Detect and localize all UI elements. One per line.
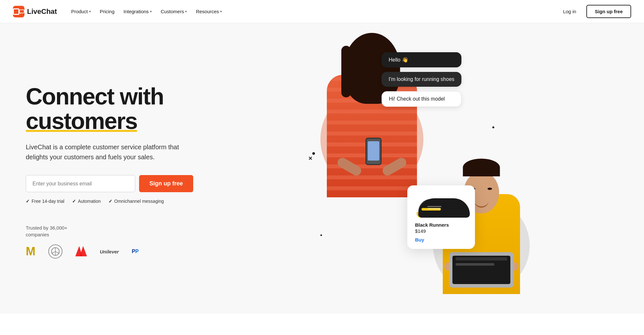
trusted-label: Trusted by 36,000+companies bbox=[26, 224, 193, 238]
nav-item-pricing[interactable]: Pricing bbox=[96, 6, 118, 17]
svg-rect-0 bbox=[20, 10, 24, 13]
dec-dot-5 bbox=[320, 234, 322, 236]
man-hair bbox=[463, 159, 500, 176]
badge-trial: ✓ Free 14-day trial bbox=[26, 199, 64, 204]
product-price: $149 bbox=[415, 228, 467, 234]
dec-x-mark: ✕ bbox=[308, 155, 312, 162]
nav-left: LiveChat Product ▾ Pricing Integrations … bbox=[13, 6, 226, 17]
email-input[interactable] bbox=[26, 175, 135, 192]
mcdonalds-logo: M bbox=[26, 245, 35, 258]
trusted-logos: M Unilever PP bbox=[26, 244, 193, 259]
dec-dot-3 bbox=[492, 126, 494, 128]
nav-menu: Product ▾ Pricing Integrations ▾ Custome… bbox=[67, 6, 226, 17]
hero-description: LiveChat is a complete customer service … bbox=[26, 142, 193, 162]
svg-line-3 bbox=[52, 251, 55, 253]
signup-hero-button[interactable]: Sign up free bbox=[139, 175, 193, 192]
navbar: LiveChat Product ▾ Pricing Integrations … bbox=[0, 0, 644, 23]
hero-title-customers: customers bbox=[26, 109, 137, 133]
hero-illustration: Hello 👋 I'm looking for running shoes Hi… bbox=[291, 43, 533, 301]
dec-dot-1 bbox=[312, 152, 315, 155]
chat-bubble-hello: Hello 👋 bbox=[382, 52, 461, 67]
hero-title: Connect with customers bbox=[26, 84, 193, 133]
chat-bubble-shoes: I'm looking for running shoes bbox=[382, 72, 461, 87]
logo[interactable]: LiveChat bbox=[13, 6, 57, 17]
product-shoe-image bbox=[415, 192, 470, 218]
signup-nav-button[interactable]: Sign up free bbox=[586, 5, 631, 18]
hero-form: Sign up free bbox=[26, 175, 193, 192]
badge-omnichannel: ✓ Omnichannel messaging bbox=[109, 199, 164, 204]
paypal-logo: PP bbox=[132, 249, 138, 254]
badge-automation: ✓ Automation bbox=[72, 199, 101, 204]
hero-section: Connect with customers LiveChat is a com… bbox=[0, 23, 644, 313]
chat-bubble-model: Hi! Check out this model bbox=[382, 91, 461, 107]
unilever-logo: Unilever bbox=[100, 249, 119, 254]
nav-item-product[interactable]: Product ▾ bbox=[67, 6, 95, 17]
product-name: Black Runners bbox=[415, 222, 467, 228]
nav-item-integrations[interactable]: Integrations ▾ bbox=[119, 6, 155, 17]
chevron-down-icon: ▾ bbox=[89, 10, 91, 13]
chevron-down-icon: ▾ bbox=[150, 10, 152, 13]
laptop-image bbox=[449, 252, 514, 288]
nav-item-customers[interactable]: Customers ▾ bbox=[157, 6, 191, 17]
chevron-down-icon: ▾ bbox=[185, 10, 187, 13]
logo-icon bbox=[13, 6, 24, 17]
svg-marker-6 bbox=[80, 246, 87, 256]
svg-line-4 bbox=[55, 251, 59, 253]
mercedes-benz-logo bbox=[48, 244, 62, 259]
adobe-logo bbox=[75, 246, 87, 257]
logo-text: LiveChat bbox=[27, 7, 57, 16]
hero-badges: ✓ Free 14-day trial ✓ Automation ✓ Omnic… bbox=[26, 199, 193, 204]
product-card: Black Runners $149 Buy bbox=[407, 185, 475, 249]
chat-overlay: Hello 👋 I'm looking for running shoes Hi… bbox=[382, 52, 461, 107]
login-button[interactable]: Log in bbox=[558, 6, 581, 17]
woman-phone bbox=[365, 138, 382, 165]
chevron-down-icon: ▾ bbox=[220, 10, 222, 13]
product-buy-button[interactable]: Buy bbox=[415, 237, 467, 242]
hero-right: Hello 👋 I'm looking for running shoes Hi… bbox=[193, 43, 631, 301]
nav-item-resources[interactable]: Resources ▾ bbox=[192, 6, 226, 17]
trusted-section: Trusted by 36,000+companies M bbox=[26, 224, 193, 259]
nav-right: Log in Sign up free bbox=[558, 5, 631, 18]
hero-left: Connect with customers LiveChat is a com… bbox=[26, 84, 193, 259]
